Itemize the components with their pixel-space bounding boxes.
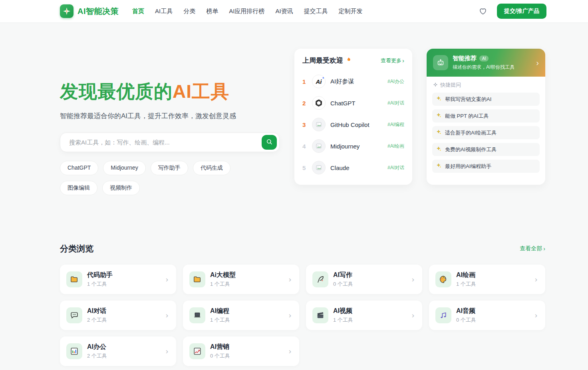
- chevron-right-icon: ›: [535, 311, 537, 320]
- category-card-ai-llm[interactable]: Ai大模型1 个工具 ›: [183, 265, 299, 294]
- title-orange-part: AI工具: [173, 81, 229, 102]
- ai-haocanmou-logo: Ai✦: [312, 75, 326, 88]
- main-nav: 首页 AI工具 分类 榜单 AI应用排行榜 AI资讯 提交工具 定制开发: [132, 8, 363, 15]
- chevron-right-icon: ›: [289, 275, 291, 284]
- chevron-right-icon: ›: [166, 311, 168, 320]
- category-name: Ai大模型: [210, 271, 236, 279]
- view-more-link[interactable]: 查看更多›: [381, 57, 404, 64]
- chevron-right-icon: ›: [166, 347, 168, 356]
- category-count: 1 个工具: [210, 317, 230, 324]
- trend-chart-icon: [189, 343, 205, 359]
- tool-name: AI好参谋: [330, 78, 387, 85]
- site-logo[interactable]: AI智能决策: [60, 4, 119, 18]
- rank-item-5[interactable]: 5 Claude #AI对话: [302, 157, 404, 178]
- category-card-ai-coding[interactable]: AI编程1 个工具 ›: [183, 301, 299, 330]
- quick-question[interactable]: 最好用的AI编程助手: [432, 160, 540, 173]
- chevron-right-icon: ›: [536, 58, 539, 67]
- hot-tag-list: ChatGPT Midjourney 写作助手 代码生成 图像编辑 视频制作: [60, 161, 252, 195]
- view-all-link[interactable]: 查看全部›: [520, 245, 545, 252]
- sparkles-icon: [436, 163, 442, 170]
- chevron-right-icon: ›: [402, 57, 404, 63]
- chevron-right-icon: ›: [166, 275, 168, 284]
- quick-question-list: 帮我写营销文案的AI 能做 PPT 的AI工具 适合新手的AI绘画工具 免费的A…: [432, 93, 540, 173]
- chevron-right-icon: ›: [412, 275, 414, 284]
- hot-tag[interactable]: Midjourney: [103, 161, 145, 175]
- hot-tag[interactable]: ChatGPT: [60, 161, 98, 175]
- quick-question[interactable]: 适合新手的AI绘画工具: [432, 126, 540, 139]
- category-card-ai-writing[interactable]: AI写作0 个工具 ›: [306, 265, 422, 294]
- nav-item-ai-news[interactable]: AI资讯: [275, 8, 293, 15]
- category-card-ai-audio[interactable]: AI音频0 个工具 ›: [429, 301, 545, 330]
- submit-promote-button[interactable]: 提交/推广产品: [497, 4, 546, 19]
- chevron-right-icon: ›: [289, 311, 291, 320]
- category-card-ai-chat[interactable]: AI对话2 个工具 ›: [60, 301, 176, 330]
- smart-recommend-card: 智能推荐 AI 描述你的需求，AI帮你找工具 › 快捷提问: [427, 49, 545, 185]
- category-count: 2 个工具: [87, 352, 107, 360]
- search-bar: [60, 133, 280, 152]
- broken-image-icon: [312, 139, 326, 153]
- nav-item-categories[interactable]: 分类: [183, 8, 195, 15]
- sparkles-icon: [436, 146, 442, 153]
- category-count: 2 个工具: [87, 317, 107, 324]
- rank-item-1[interactable]: 1 Ai✦ AI好参谋 #AI办公: [302, 71, 404, 92]
- page-title: 发现最优质的AI工具: [60, 82, 280, 102]
- quick-question[interactable]: 免费的AI视频制作工具: [432, 143, 540, 156]
- hero-left-column: 发现最优质的AI工具 智能推荐最适合你的AI工具，提升工作效率，激发创意灵感 C…: [60, 49, 280, 195]
- category-name: AI写作: [333, 271, 353, 279]
- rank-item-2[interactable]: 2 ChatGPT #AI对话: [302, 92, 404, 114]
- folder-icon: [189, 271, 205, 287]
- openai-logo: [312, 96, 326, 110]
- category-card-ai-art[interactable]: AI绘画1 个工具 ›: [429, 265, 545, 294]
- category-card-ai-office[interactable]: AI办公2 个工具 ›: [60, 336, 176, 366]
- robot-icon: [433, 55, 448, 70]
- nav-item-custom-dev[interactable]: 定制开发: [339, 8, 363, 15]
- category-name: AI对话: [87, 307, 107, 315]
- tool-name: ChatGPT: [330, 100, 387, 107]
- category-count: 1 个工具: [87, 281, 113, 288]
- rank-number: 3: [302, 121, 310, 128]
- nav-item-submit-tool[interactable]: 提交工具: [304, 8, 328, 15]
- tool-tag: #AI办公: [387, 78, 404, 85]
- search-button[interactable]: [262, 135, 277, 150]
- nav-item-home[interactable]: 首页: [132, 8, 144, 15]
- nav-item-rankings[interactable]: 榜单: [206, 8, 218, 15]
- broken-image-icon: [312, 161, 326, 174]
- site-title: AI智能决策: [77, 6, 119, 17]
- quick-question[interactable]: 能做 PPT 的AI工具: [432, 109, 540, 123]
- nav-item-ai-tools[interactable]: AI工具: [155, 8, 173, 15]
- flame-icon: [346, 56, 352, 65]
- rank-number: 1: [302, 78, 310, 85]
- category-count: 0 个工具: [456, 317, 476, 324]
- category-count: 0 个工具: [333, 281, 353, 288]
- sparkles-icon: [436, 96, 442, 103]
- recommend-title: 智能推荐: [453, 55, 477, 62]
- heart-icon[interactable]: [478, 6, 488, 16]
- chevron-right-icon: ›: [543, 245, 545, 252]
- nav-item-app-leaderboard[interactable]: AI应用排行榜: [229, 8, 264, 15]
- quick-question[interactable]: 帮我写营销文案的AI: [432, 93, 540, 106]
- hero-subtitle: 智能推荐最适合你的AI工具，提升工作效率，激发创意灵感: [60, 111, 280, 121]
- category-card-code-assistant[interactable]: 代码助手1 个工具 ›: [60, 265, 176, 294]
- chat-bubble-icon: [66, 307, 82, 323]
- category-name: AI视频: [333, 307, 353, 315]
- hot-tag[interactable]: 写作助手: [151, 161, 188, 175]
- search-input[interactable]: [60, 133, 252, 152]
- palette-icon: [435, 271, 451, 287]
- hot-tag[interactable]: 图像编辑: [60, 181, 97, 195]
- sparkles-icon: [436, 113, 442, 119]
- hot-tag[interactable]: 代码生成: [193, 161, 230, 175]
- category-card-ai-marketing[interactable]: AI营销0 个工具 ›: [183, 336, 299, 366]
- category-card-ai-video[interactable]: AI视频1 个工具 ›: [306, 301, 422, 330]
- smart-recommend-banner[interactable]: 智能推荐 AI 描述你的需求，AI帮你找工具 ›: [427, 49, 545, 77]
- broken-image-icon: [312, 118, 326, 131]
- sparkle-outline-icon: [433, 82, 438, 88]
- category-count: 1 个工具: [333, 317, 353, 324]
- tool-tag: #AI绘画: [387, 143, 404, 150]
- recommend-subtitle: 描述你的需求，AI帮你找工具: [453, 64, 514, 71]
- music-notes-icon: [435, 307, 451, 323]
- rank-item-4[interactable]: 4 Midjourney #AI绘画: [302, 135, 404, 157]
- tool-tag: #AI编程: [387, 121, 404, 128]
- rank-item-3[interactable]: 3 GitHub Copilot #AI编程: [302, 114, 404, 135]
- rank-number: 5: [302, 164, 310, 171]
- hot-tag[interactable]: 视频制作: [102, 181, 140, 195]
